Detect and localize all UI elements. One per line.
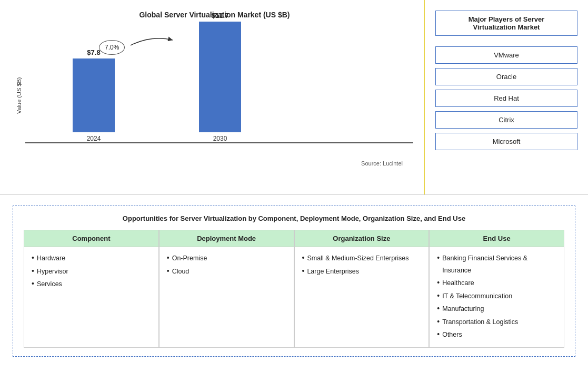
bullet-icon: • [32,278,34,289]
bullet-icon: • [32,266,34,277]
bar-2024 [73,58,115,132]
col-end-use: End Use •Banking Financial Services & In… [429,230,564,348]
columns-grid: Component •Hardware •Hypervisor •Service… [24,230,564,348]
chart-plot: 7.0% [25,24,413,167]
list-item: •Healthcare [437,277,556,289]
col-header-orgsize: Organization Size [295,230,429,247]
bullet-icon: • [437,290,440,301]
list-item: •Cloud [167,266,286,278]
list-item: •IT & Telecommunication [437,290,556,302]
col-body-component: •Hardware •Hypervisor •Services [24,247,158,297]
list-item: •Transportation & Logistics [437,316,556,328]
player-oracle: Oracle [435,68,577,85]
bullet-icon: • [302,266,305,277]
list-item: •On-Premise [167,252,286,265]
bar-group-2030: $11.7 2030 [194,12,246,142]
player-vmware: VMware [435,46,577,64]
col-body-enduse: •Banking Financial Services & Insurance … [430,247,564,347]
player-microsoft: Microsoft [435,133,577,150]
col-body-orgsize: •Small & Medium-Sized Enterprises •Large… [295,247,429,284]
bullet-icon: • [302,252,305,263]
main-container: Global Server Virtualization Market (US … [0,0,588,381]
y-axis-label: Value (US $B) [16,24,22,167]
bullet-icon: • [437,329,440,340]
list-item: •Others [437,329,556,341]
col-header-enduse: End Use [430,230,564,247]
list-item: •Hypervisor [32,266,151,278]
major-players-title: Major Players of ServerVirtualization Ma… [435,11,577,36]
list-item: •Services [32,278,151,290]
col-header-component: Component [24,230,158,247]
bullet-icon: • [167,266,170,277]
bar-value-2030: $11.7 [212,12,229,19]
bullet-icon: • [437,277,440,288]
source-label: Source: Lucintel [25,160,413,167]
col-deployment: Deployment Mode •On-Premise •Cloud [159,230,294,348]
bottom-title: Opportunities for Server Virtualization … [24,214,564,222]
bar-xlabel-2024: 2024 [87,135,101,142]
col-header-deployment: Deployment Mode [160,230,294,247]
col-org-size: Organization Size •Small & Medium-Sized … [294,230,430,348]
bullet-icon: • [32,252,34,263]
cagr-value: 7.0% [105,44,119,51]
chart-area: Global Server Virtualization Market (US … [0,0,425,194]
bar-xlabel-2030: 2030 [213,135,227,142]
col-body-deployment: •On-Premise •Cloud [160,247,294,284]
x-axis-line [25,142,413,143]
cagr-arrow [131,35,173,56]
bar-group-2024: $7.8 2024 [67,48,120,142]
bars-area: 7.0% [25,24,413,158]
list-item: •Small & Medium-Sized Enterprises [302,252,422,265]
list-item: •Hardware [32,252,151,265]
player-redhat: Red Hat [435,90,577,107]
cagr-annotation: 7.0% [99,40,125,55]
list-item: •Manufacturing [437,303,556,315]
right-panel: Major Players of ServerVirtualization Ma… [425,0,588,194]
bullet-icon: • [167,252,170,263]
list-item: •Banking Financial Services & Insurance [437,252,556,276]
bottom-section: Opportunities for Server Virtualization … [13,206,575,357]
bullet-icon: • [437,303,440,314]
bottom-wrapper: Opportunities for Server Virtualization … [0,195,588,367]
bullet-icon: • [437,252,440,263]
chart-wrapper: Value (US $B) 7.0% [16,24,413,167]
bar-value-2024: $7.8 [87,48,100,56]
player-citrix: Citrix [435,111,577,129]
bar-2030 [199,22,241,132]
list-item: •Large Enterprises [302,266,422,278]
bullet-icon: • [437,316,440,327]
top-section: Global Server Virtualization Market (US … [0,0,588,195]
cagr-bubble: 7.0% [99,40,125,55]
col-component: Component •Hardware •Hypervisor •Service… [24,230,159,348]
